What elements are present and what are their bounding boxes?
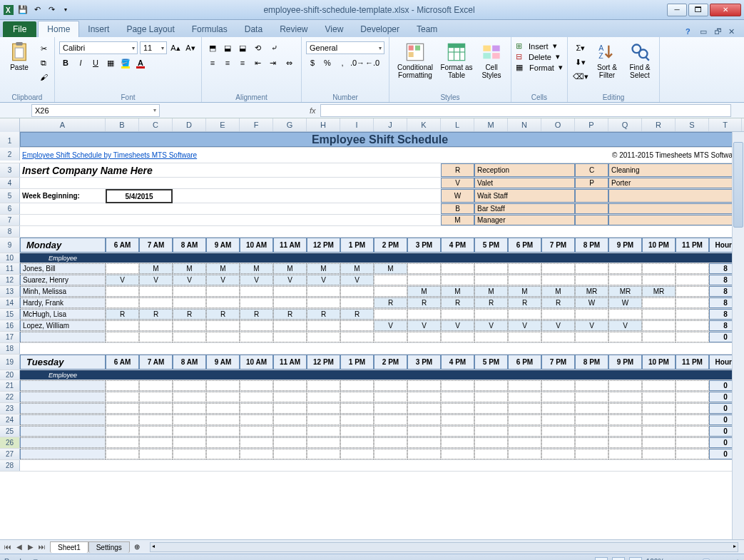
cell[interactable] — [307, 392, 340, 402]
cell[interactable]: V — [173, 275, 206, 285]
cell[interactable]: Week Beginning: — [20, 189, 106, 203]
cell[interactable]: Employee — [20, 253, 106, 263]
cell[interactable]: 10 PM — [642, 355, 676, 370]
cell[interactable] — [407, 380, 441, 391]
cell[interactable]: Wait Staff — [474, 189, 575, 203]
cell[interactable] — [441, 437, 474, 448]
cut-icon[interactable]: ✂ — [37, 42, 50, 55]
row-header[interactable]: 24 — [0, 414, 20, 425]
cell[interactable] — [642, 332, 676, 342]
cell[interactable] — [173, 380, 206, 391]
cell[interactable] — [508, 332, 541, 342]
cell[interactable] — [407, 309, 441, 320]
cell[interactable] — [173, 449, 206, 459]
cell[interactable]: M — [206, 263, 240, 274]
conditional-formatting-button[interactable]: Conditional Formatting — [394, 39, 437, 79]
close-workbook-icon[interactable]: ✕ — [728, 27, 738, 37]
cell[interactable]: 1 PM — [340, 355, 374, 370]
insert-cells-button[interactable]: ⊞ Insert ▾ — [516, 41, 557, 51]
cell[interactable] — [307, 320, 340, 331]
cell[interactable]: 6 AM — [106, 238, 139, 253]
increase-indent-icon[interactable]: ⇥ — [266, 56, 279, 69]
cell[interactable]: W — [575, 297, 608, 308]
underline-icon[interactable]: U — [89, 56, 102, 69]
cell[interactable] — [441, 275, 474, 285]
cell[interactable] — [474, 414, 508, 425]
cell[interactable] — [407, 392, 441, 402]
row-header[interactable]: 3 — [0, 163, 20, 177]
cell[interactable] — [206, 380, 240, 391]
cell[interactable] — [642, 437, 676, 448]
cell[interactable] — [441, 449, 474, 459]
column-header[interactable]: G — [273, 118, 307, 131]
cell[interactable] — [20, 403, 106, 414]
cell[interactable] — [676, 309, 709, 320]
cell[interactable] — [139, 297, 173, 308]
cell[interactable] — [173, 189, 441, 203]
select-all-corner[interactable] — [0, 118, 20, 132]
cell[interactable] — [541, 403, 575, 414]
cell[interactable] — [20, 392, 106, 402]
cell[interactable] — [340, 437, 374, 448]
cell[interactable]: R — [508, 297, 541, 308]
row-header[interactable]: 15 — [0, 309, 20, 320]
cell[interactable] — [374, 380, 407, 391]
cell[interactable] — [240, 414, 273, 425]
cell[interactable]: M — [407, 286, 441, 297]
cell[interactable] — [240, 449, 273, 459]
cell[interactable] — [575, 449, 608, 459]
orientation-icon[interactable]: ⟲ — [251, 41, 264, 54]
cell[interactable] — [676, 275, 709, 285]
cell[interactable] — [407, 263, 441, 274]
row-header[interactable]: 20 — [0, 370, 20, 380]
restore-window-icon[interactable]: 🗗 — [714, 27, 724, 37]
cell[interactable] — [676, 380, 709, 391]
cell[interactable] — [307, 403, 340, 414]
cell[interactable]: R — [106, 309, 139, 320]
cell[interactable] — [273, 380, 307, 391]
cell[interactable]: Manager — [474, 215, 575, 225]
cell[interactable] — [441, 332, 474, 342]
row-header[interactable]: 23 — [0, 403, 20, 414]
merge-center-icon[interactable]: ⇔ — [281, 56, 297, 69]
cell[interactable] — [441, 380, 474, 391]
cell[interactable]: V — [441, 320, 474, 331]
tab-developer[interactable]: Developer — [352, 21, 408, 37]
cell[interactable] — [106, 332, 139, 342]
cell[interactable]: 4 PM — [441, 355, 474, 370]
row-header[interactable]: 2 — [0, 148, 20, 161]
cell[interactable] — [608, 189, 742, 203]
cell[interactable]: Tuesday — [20, 355, 106, 370]
fx-button[interactable]: fx — [305, 106, 320, 115]
cell[interactable] — [106, 380, 139, 391]
cell[interactable]: Employee Shift Schedule by Timesheets MT… — [20, 148, 307, 163]
cell[interactable] — [407, 437, 441, 448]
cell[interactable] — [508, 449, 541, 459]
cell[interactable] — [508, 309, 541, 320]
paste-button[interactable]: Paste — [4, 39, 34, 71]
cell[interactable]: M — [173, 263, 206, 274]
cell[interactable] — [676, 320, 709, 331]
cell[interactable] — [441, 426, 474, 437]
save-icon[interactable]: 💾 — [17, 4, 29, 16]
cell[interactable] — [374, 437, 407, 448]
align-bottom-icon[interactable]: ⬓ — [236, 41, 249, 54]
cell[interactable] — [608, 449, 642, 459]
cell[interactable] — [173, 332, 206, 342]
cell[interactable]: W — [441, 189, 474, 203]
cell[interactable]: R — [441, 297, 474, 308]
cell[interactable] — [374, 309, 407, 320]
cell[interactable] — [676, 297, 709, 308]
cell[interactable] — [676, 426, 709, 437]
cell[interactable] — [173, 426, 206, 437]
cell[interactable] — [541, 263, 575, 274]
cell[interactable] — [541, 275, 575, 285]
row-header[interactable]: 7 — [0, 215, 20, 225]
format-painter-icon[interactable]: 🖌 — [37, 71, 50, 83]
fill-color-icon[interactable]: 🪣 — [119, 56, 132, 69]
cell[interactable] — [676, 263, 709, 274]
cell[interactable]: V — [206, 275, 240, 285]
cell[interactable] — [608, 215, 742, 225]
cell[interactable] — [206, 297, 240, 308]
cell[interactable] — [608, 414, 642, 425]
